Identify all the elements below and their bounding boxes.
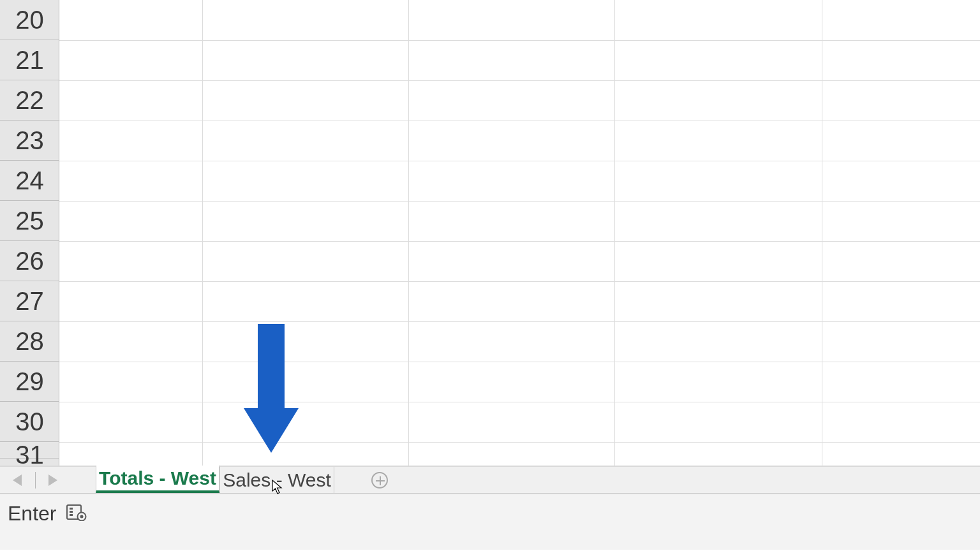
row-header[interactable]: 30 [0, 402, 59, 442]
macro-record-button[interactable] [66, 503, 87, 521]
sheet-nav-prev-button[interactable] [9, 472, 26, 489]
sheet-tab-label: Sales - West [223, 469, 331, 491]
row-header[interactable]: 23 [0, 121, 59, 161]
column-gridline [408, 0, 409, 466]
status-bar: Enter [0, 494, 980, 550]
row-gridline [59, 281, 980, 282]
down-arrow-icon [258, 324, 285, 452]
row-header[interactable]: 28 [0, 321, 59, 362]
svg-rect-3 [70, 514, 73, 516]
sheet-tab-sales-west[interactable]: Sales - West [219, 467, 334, 493]
row-gridline [59, 321, 980, 322]
row-header[interactable]: 20 [0, 0, 59, 40]
sheet-nav-controls [0, 467, 70, 493]
svg-rect-2 [70, 511, 73, 513]
spreadsheet-grid[interactable]: 20 21 22 23 24 25 26 27 28 29 30 31 [0, 0, 980, 466]
new-sheet-button[interactable] [364, 467, 396, 493]
sheet-nav-next-button[interactable] [45, 472, 61, 489]
divider [35, 472, 36, 489]
row-gridline [59, 402, 980, 402]
sheet-tabs-strip: Totals - West Sales - West [0, 466, 980, 494]
row-gridline [59, 80, 980, 81]
row-header[interactable]: 26 [0, 241, 59, 281]
row-header[interactable]: 25 [0, 201, 59, 241]
column-gridline [614, 0, 615, 466]
plus-circle-icon [371, 472, 388, 489]
sheet-tab-label: Totals - West [99, 467, 216, 489]
row-gridline [59, 241, 980, 242]
column-gridline [822, 0, 822, 466]
macro-record-icon [66, 503, 87, 521]
chevron-left-icon [13, 474, 22, 486]
sheet-tab-totals-west[interactable]: Totals - West [96, 466, 219, 493]
row-header[interactable]: 27 [0, 281, 59, 321]
cell-mode-indicator: Enter [8, 502, 56, 525]
row-header[interactable]: 29 [0, 362, 59, 402]
row-header[interactable]: 31 [0, 442, 59, 459]
svg-rect-1 [70, 508, 73, 510]
chevron-right-icon [48, 474, 57, 486]
row-header[interactable]: 21 [0, 40, 59, 80]
svg-point-5 [80, 515, 84, 518]
row-gridline [59, 201, 980, 202]
row-header[interactable]: 24 [0, 161, 59, 201]
row-gridline [59, 442, 980, 443]
row-gridline [59, 121, 980, 121]
row-gridline [59, 40, 980, 41]
row-header[interactable]: 22 [0, 80, 59, 121]
row-header-gutter: 20 21 22 23 24 25 26 27 28 29 30 31 [0, 0, 59, 466]
row-gridline [59, 161, 980, 161]
column-gridline [202, 0, 203, 466]
row-gridline [59, 362, 980, 362]
